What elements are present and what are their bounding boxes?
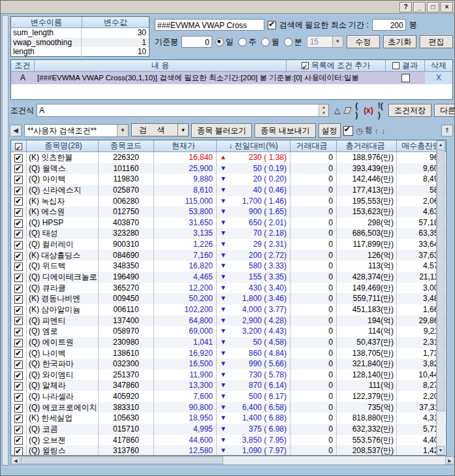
spinner-icons[interactable]: ▲▼ [319, 104, 328, 116]
triangle-icon[interactable]: △ [334, 106, 340, 115]
col-change[interactable]: ↓전일대비(%) [217, 140, 290, 151]
col-volume[interactable]: 거래대금 [290, 140, 337, 151]
condition-row[interactable]: A [###EVWMA VWAP Cross(30,1,10)] 검색에 필요한… [11, 72, 452, 84]
table-row[interactable]: (Q) 에코프로에이치 383310 90,800 ▼6,400 ( 6.58)… [11, 402, 446, 413]
realtime-checkbox[interactable] [343, 126, 353, 136]
row-checkbox[interactable] [14, 230, 23, 238]
row-checkbox[interactable] [14, 328, 23, 336]
close-icon[interactable]: × [441, 2, 453, 12]
table-row[interactable]: (Q) 신라에스지 025870 8,610 ▼40 ( 0.46) 0 177… [11, 185, 446, 196]
export-stocks-button[interactable]: 종목 내보내기 [255, 123, 315, 138]
conditions-col-add[interactable]: 목록에 조건 추가 [287, 60, 386, 71]
minute-select[interactable]: 15 ▼ [307, 36, 343, 48]
min-period-checkbox[interactable] [268, 21, 276, 29]
table-row[interactable]: (K) 에스원 012750 53,800 ▼900 ( 1.65) 0 153… [11, 206, 446, 217]
table-row[interactable]: (Q) 피엔티 137400 64,800 ▼2,900 ( 4.28) 0 1… [11, 315, 446, 326]
row-checkbox[interactable] [14, 415, 23, 423]
min-period-input[interactable]: 200 [372, 19, 406, 31]
table-row[interactable]: (Q) 엠로 058970 69,000 ▼3,200 ( 4.43) 0 11… [11, 326, 446, 337]
scroll-left-icon[interactable]: ◀ [11, 456, 20, 464]
maximize-icon[interactable]: □ [427, 2, 439, 12]
table-row[interactable]: (Q) 태성 323280 3,135 ▼70 ( 2.18) 0 686,50… [11, 228, 446, 239]
collapse-left-icon[interactable]: ◀ [10, 125, 22, 136]
row-checkbox[interactable] [14, 165, 23, 173]
row-checkbox[interactable] [14, 404, 23, 413]
row-checkbox[interactable] [14, 197, 23, 206]
clock-icon[interactable]: ◷ [356, 126, 363, 136]
condition-result-checkbox[interactable] [401, 74, 410, 82]
spinner-up-icon[interactable]: ▲ [319, 104, 328, 110]
table-row[interactable]: (Q) 나이벡 138610 16,920 ▼860 ( 4.84) 0 138… [11, 348, 446, 359]
table-row[interactable]: (Q) 오브젠 417860 44,600 ▼3,850 ( 7.95) 0 5… [11, 435, 446, 446]
horizontal-scroll-thumb[interactable] [21, 456, 223, 464]
row-checkbox[interactable] [14, 306, 23, 315]
add-to-list-checkbox[interactable] [302, 62, 309, 69]
vertical-scroll-thumb[interactable] [437, 150, 445, 411]
period-radio-day[interactable]: 일 [215, 37, 234, 48]
table-row[interactable]: (Q) 위드텍 348350 16,820 ▼580 ( 3.33) 0 113… [11, 261, 446, 272]
left-splitter[interactable] [2, 15, 8, 466]
edit-button[interactable]: 편집 [420, 35, 453, 48]
row-checkbox[interactable] [14, 339, 23, 347]
row-checkbox[interactable] [14, 393, 23, 402]
row-checkbox[interactable] [14, 176, 23, 184]
modify-button[interactable]: 수정 [347, 35, 380, 48]
row-checkbox[interactable] [14, 241, 23, 249]
condition-delete-button[interactable]: X [425, 72, 452, 84]
row-checkbox[interactable] [14, 274, 23, 282]
col-code[interactable]: 종목코드 [99, 140, 154, 151]
table-row[interactable]: (Q) 나라셀라 405920 7,600 ▼500 ( 6.17) 0 122… [11, 391, 446, 402]
search-dropdown-icon[interactable]: ▼ [178, 123, 189, 136]
vertical-scrollbar[interactable]: ▲ ▼ [436, 140, 445, 455]
col-name[interactable]: 종목명(28) [27, 140, 99, 151]
table-row[interactable]: (Q) 코콤 015710 4,995 ▼375 ( 6.98) 0 632,3… [11, 424, 446, 435]
result-checkbox[interactable] [392, 62, 400, 69]
condition-result-cell[interactable] [386, 72, 425, 84]
sort-up-icon[interactable]: ↑ [374, 126, 379, 136]
table-row[interactable]: (Q) 에이트원 230980 1,041 ▼50 ( 4.58) 0 50,4… [11, 337, 446, 348]
col-price[interactable]: 현재가 [154, 140, 217, 151]
table-row[interactable]: (K) 녹십자 006280 115,000 ▼1,700 ( 1.46) 0 … [11, 196, 446, 207]
preset-select[interactable]: **사용자 검색조건** ▼ [24, 124, 129, 137]
row-checkbox[interactable] [14, 187, 23, 195]
row-checkbox[interactable] [14, 252, 23, 261]
table-row[interactable]: (Q) 알체라 347860 13,300 ▼870 ( 6.14) 0 111… [11, 380, 446, 391]
row-checkbox[interactable] [14, 262, 23, 271]
col-total[interactable]: 총거래대금 [337, 140, 397, 151]
table-row[interactable]: (Q) 아이텍 119830 9,880 ▼20 ( 0.20) 0 142,4… [11, 174, 446, 185]
minimize-icon[interactable]: _ [413, 2, 426, 12]
horizontal-scrollbar[interactable]: ◀ ▶ [10, 456, 455, 465]
row-checkbox[interactable] [14, 317, 23, 325]
reset-button[interactable]: 초기화 [383, 35, 416, 48]
row-checkbox[interactable] [14, 208, 23, 217]
period-radio-month[interactable]: 월 [261, 37, 279, 48]
settings-button[interactable]: 설정 [319, 123, 341, 138]
table-row[interactable]: (Q) 와이엠티 251370 11,900 ▼730 ( 5.78) 0 12… [11, 370, 446, 381]
sort-down-icon[interactable]: ↓ [381, 126, 386, 136]
table-row[interactable]: (Q) 윌링스 313760 12,580 ▼1,090 ( 7.97) 0 2… [11, 445, 446, 456]
eraser-icon[interactable] [343, 107, 352, 114]
table-row[interactable]: (K) 대상홀딩스 084690 7,160 ▼200 ( 2.72) 0 12… [11, 250, 446, 261]
row-checkbox[interactable] [14, 349, 23, 358]
variable-row[interactable]: vwap_smoothing1 [11, 38, 149, 48]
period-radio-minute[interactable]: 분 [284, 37, 302, 48]
table-row[interactable]: (Q) 디에이테크놀로 196490 4,465 ▼155 ( 3.35) 0 … [11, 272, 446, 283]
table-row[interactable]: (Q) 큐라클 365270 12,200 ▼430 ( 3.40) 0 149… [11, 283, 446, 294]
table-row[interactable]: (K) 잇츠한불 226320 16,840 ▲230 ( 1.38) 0 18… [11, 152, 446, 163]
variable-row[interactable]: length10 [11, 47, 149, 57]
scroll-right-icon[interactable]: ▶ [445, 456, 454, 464]
table-row[interactable]: (Q) 컬러레이 900310 1,226 ▼29 ( 2.31) 0 117,… [11, 239, 446, 250]
load-stocks-button[interactable]: 종목 불러오기 [191, 123, 252, 138]
table-row[interactable]: (Q) HPSP 403870 31,650 ▼650 ( 2.01) 0 29… [11, 217, 446, 229]
row-checkbox[interactable] [14, 295, 23, 304]
scroll-down-icon[interactable]: ▼ [437, 446, 445, 455]
spinner-down-icon[interactable]: ▼ [319, 110, 328, 116]
row-checkbox[interactable] [14, 436, 23, 445]
conditions-col-result[interactable]: 결과 [386, 60, 425, 71]
save-as-button[interactable]: 다른이름으로저장 [434, 104, 455, 117]
not-parens-icon[interactable]: !( ) [378, 101, 383, 119]
parens-x-icon[interactable]: (x) [364, 106, 373, 115]
base-bar-input[interactable]: 0 [181, 36, 212, 48]
row-checkbox[interactable] [14, 360, 23, 369]
table-row[interactable]: (K) 삼아알미늄 006110 102,200 ▼4,000 ( 3.77) … [11, 304, 446, 315]
